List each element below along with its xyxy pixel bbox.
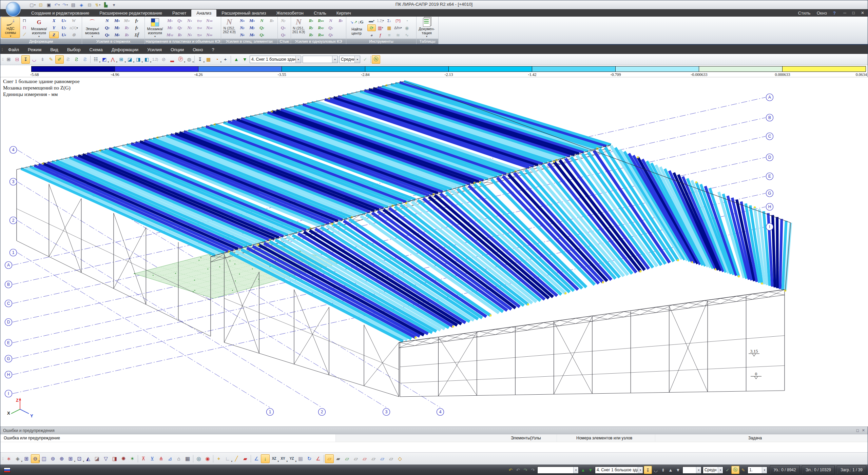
zoom-window-icon[interactable]: ◎	[194, 454, 203, 463]
animation-icon[interactable]: ◉	[403, 24, 411, 31]
result-button-Qx[interactable]: Qx	[175, 17, 185, 24]
view-undo-icon[interactable]: ↶	[507, 466, 514, 474]
result-button-Qz[interactable]: Qz	[326, 32, 335, 38]
result-button-Ny[interactable]: Ny	[185, 24, 194, 31]
open-icon[interactable]: ⊡	[37, 1, 44, 8]
pen-status-icon[interactable]: ✎	[739, 466, 747, 474]
cube-right-icon[interactable]: ▱	[351, 454, 360, 463]
language-flag-icon[interactable]	[4, 468, 11, 473]
frame-pink-icon[interactable]: ⊟	[13, 55, 21, 64]
result-button-N[interactable]: N	[102, 17, 112, 24]
frame-deformed-icon[interactable]: ⊓	[21, 24, 28, 31]
next-loadcase-icon[interactable]: ▼	[240, 55, 249, 64]
result-button-fz[interactable]: fz	[132, 24, 141, 31]
menu--[interactable]: ?	[207, 47, 218, 52]
big-n-button[interactable]: NN (252,262 КЭ)	[222, 18, 237, 34]
projection-icon[interactable]: ↓	[261, 454, 270, 463]
minimize-button[interactable]: ─	[842, 11, 848, 15]
node-mark-icon[interactable]: ✺	[119, 454, 128, 463]
plates-mosaic-button[interactable]: Мозаика/изополя ▾	[146, 17, 165, 38]
result-button-τyz[interactable]: τyz	[195, 32, 204, 38]
window-menu[interactable]: Окно ▾	[817, 11, 830, 16]
color-scale-strip[interactable]	[32, 66, 866, 72]
grid-view-icon[interactable]: ▦	[296, 454, 305, 463]
result-button-Nx[interactable]: Nx	[237, 17, 247, 24]
cube-top-icon[interactable]: ▱	[360, 454, 369, 463]
app-logo-icon[interactable]	[6, 2, 21, 17]
scale-segment-4[interactable]	[365, 66, 449, 72]
isofields-icon[interactable]: ◩▾	[100, 55, 109, 64]
result-button-Nz[interactable]: Nz	[185, 32, 194, 38]
apply-icon[interactable]: ✓	[361, 55, 369, 64]
model-icon[interactable]: ◈	[78, 1, 85, 8]
prev-loadcase-icon[interactable]: ▲	[232, 55, 240, 64]
mosaic-isofields-button[interactable]: GМозаика/изополя ▾	[30, 17, 49, 38]
qat-customize-icon[interactable]: ▾	[110, 1, 118, 8]
pin-panel-icon[interactable]: ◻	[856, 428, 859, 433]
menu-вид[interactable]: Вид	[46, 47, 63, 52]
menu-опции[interactable]: Опции	[166, 47, 188, 52]
result-button-Rz[interactable]: Rz	[267, 17, 276, 24]
save-icon[interactable]: ▣	[45, 1, 53, 8]
menu-схема[interactable]: Схема	[85, 47, 107, 52]
fit-view-icon[interactable]: ⊞▾	[66, 454, 75, 463]
curves-icon[interactable]: ≋	[394, 32, 402, 38]
select-plates-icon[interactable]: ⊿	[166, 454, 174, 463]
help-menu[interactable]: ? ▾	[833, 11, 838, 16]
axonometry-icon[interactable]: ∠	[314, 454, 323, 463]
secondary-combo[interactable]: ▾	[303, 56, 338, 63]
errors-table-body[interactable]	[0, 442, 868, 453]
printer-icon[interactable]: ⊟	[86, 1, 93, 8]
result-button-fy[interactable]: fy	[132, 17, 141, 24]
cube-front-icon[interactable]: ▱	[325, 454, 334, 463]
result-button-Y[interactable]: Y	[49, 24, 59, 31]
find-center-button[interactable]: ↘↗↓GНайтицентр	[347, 17, 367, 35]
chevron-down-icon[interactable]: ▾	[696, 467, 701, 473]
result-button-Qy[interactable]: Qy	[326, 24, 335, 31]
mode-status-combo[interactable]: Средн▾	[703, 467, 723, 474]
tab-расширенное-редактирование[interactable]: Расширенное редактирование	[94, 9, 167, 17]
cube-left-icon[interactable]: ▱	[343, 454, 351, 463]
result-button-Rz[interactable]: Rz	[306, 32, 316, 38]
scale-segment-9[interactable]	[782, 66, 866, 72]
arc-status-icon[interactable]: ◡	[652, 466, 659, 474]
menu-усилия[interactable]: Усилия	[143, 47, 166, 52]
scale-segment-2[interactable]	[198, 66, 282, 72]
result-button-Rz[interactable]: Rz	[122, 32, 132, 38]
filter-icon[interactable]: ▽	[101, 454, 110, 463]
redo-icon[interactable]: ↷▾	[61, 1, 69, 8]
view-yz-icon[interactable]: YZ▾	[287, 454, 296, 463]
result-button-Mw[interactable]: Mw	[122, 17, 132, 24]
view-redo-icon[interactable]: ↷	[522, 466, 529, 474]
formula-icon[interactable]: ƒ	[376, 32, 385, 38]
decimals-icon[interactable]: 1.2)▾	[376, 17, 385, 24]
menu-окно[interactable]: Окно	[188, 47, 207, 52]
n-mosaic-icon[interactable]: ◨▾	[134, 55, 142, 64]
result-button-Rx[interactable]: Rx	[306, 17, 316, 24]
tab-анализ[interactable]: Анализ	[191, 9, 216, 17]
iso-view-icon[interactable]: ∠	[252, 454, 261, 463]
pick-icon[interactable]: ⌖	[214, 454, 223, 463]
epures-mosaic-button[interactable]: ⌒Эпюры/мозаика ▾	[83, 17, 102, 38]
result-button-Rz[interactable]: Rz	[175, 32, 185, 38]
errors-panel-titlebar[interactable]: Ошибки и предупреждения ◻✕	[0, 427, 868, 434]
history-combo[interactable]: ▾	[537, 467, 579, 474]
cube-back-icon[interactable]: ▰	[334, 454, 343, 463]
animation-toolbar-icon[interactable]: ◍▾	[185, 55, 193, 64]
close-button[interactable]: ✕	[860, 11, 866, 15]
result-button-Nya[interactable]: Nya	[205, 24, 214, 31]
numbers-icon[interactable]: Ⓝ	[372, 55, 380, 64]
stopwatch-icon[interactable]: ◔	[403, 17, 411, 24]
ruler-icon[interactable]: ⟋	[21, 31, 28, 38]
model-viewport[interactable]: 4321ABCDEGHIABCDEGHI12343.150ZXY Снег 1 …	[0, 77, 868, 427]
disable-icon[interactable]: ⊘	[159, 55, 168, 64]
results-icon[interactable]: ▙	[102, 1, 110, 8]
histogram-icon[interactable]: ▥▾	[376, 24, 385, 31]
nds-schemes-button[interactable]: НДСсхемы ▾	[1, 17, 20, 38]
cube-bottom-icon[interactable]: ▱	[369, 454, 378, 463]
scale-segment-7[interactable]	[615, 66, 699, 72]
loadcase-combo[interactable]: 4. Снег 1 большое здан▾	[250, 56, 301, 63]
result-button-Qz[interactable]: Qz	[102, 32, 112, 38]
frame-icon[interactable]: ⊓	[21, 17, 28, 24]
epures-icon[interactable]: ⋀▾	[109, 55, 117, 64]
